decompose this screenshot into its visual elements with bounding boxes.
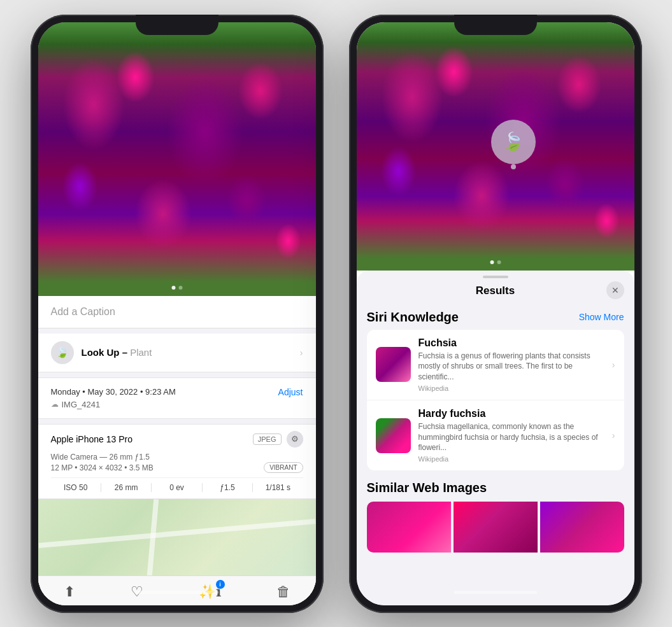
adjust-button[interactable]: Adjust xyxy=(278,387,303,397)
knowledge-item-fuchsia[interactable]: Fuchsia Fuchsia is a genus of flowering … xyxy=(367,330,624,400)
caption-field[interactable]: Add a Caption xyxy=(38,296,316,328)
exif-iso: ISO 50 xyxy=(51,483,101,492)
home-bar xyxy=(136,591,218,594)
hardy-fuchsia-info: Hardy fuchsia Fuchsia magellanica, commo… xyxy=(418,408,604,463)
meta-date-row: Monday • May 30, 2022 • 9:23 AM Adjust xyxy=(51,387,303,397)
similar-web-images-title: Similar Web Images xyxy=(367,481,624,495)
meta-date: Monday • May 30, 2022 • 9:23 AM xyxy=(51,387,176,397)
fuchsia-thumbnail xyxy=(376,347,411,382)
hardy-fuchsia-chevron: › xyxy=(612,430,615,440)
caption-placeholder: Add a Caption xyxy=(51,306,115,317)
siri-leaf-icon: 🍃 xyxy=(502,131,524,152)
fuchsia-source: Wikipedia xyxy=(418,384,604,392)
hardy-fuchsia-description: Fuchsia magellanica, commonly known as t… xyxy=(418,421,604,453)
siri-lookup-circle[interactable]: 🍃 xyxy=(491,120,536,164)
right-page-dots xyxy=(490,260,501,264)
web-image-3[interactable] xyxy=(540,502,624,553)
hardy-fuchsia-name: Hardy fuchsia xyxy=(418,408,604,419)
knowledge-item-hardy-fuchsia[interactable]: Hardy fuchsia Fuchsia magellanica, commo… xyxy=(367,400,624,470)
right-page-dot-1 xyxy=(490,260,494,264)
lookup-label: Look Up – Plant xyxy=(82,347,152,358)
show-more-button[interactable]: Show More xyxy=(579,312,624,322)
results-panel: Results ✕ Siri Knowledge Show More xyxy=(357,271,634,605)
right-phone-screen: 🍃 Results ✕ Siri Knowledge Show More xyxy=(357,22,634,605)
web-images-grid[interactable] xyxy=(367,502,624,553)
similar-web-images-section: Similar Web Images xyxy=(367,481,624,553)
right-phone: 🍃 Results ✕ Siri Knowledge Show More xyxy=(349,15,642,613)
exif-focal: 26 mm xyxy=(101,483,152,492)
map-road-horizontal xyxy=(38,519,315,548)
left-phone: Add a Caption 🍃 Look Up – Plant › Monday… xyxy=(31,15,324,613)
camera-detail: Wide Camera — 26 mm ƒ1.5 xyxy=(51,453,303,461)
left-phone-screen: Add a Caption 🍃 Look Up – Plant › Monday… xyxy=(38,22,316,605)
siri-knowledge-title: Siri Knowledge xyxy=(367,310,459,325)
exif-row: ISO 50 26 mm 0 ev ƒ1.5 1/181 s xyxy=(51,477,303,492)
fuchsia-info: Fuchsia Fuchsia is a genus of flowering … xyxy=(418,337,604,392)
right-home-bar xyxy=(454,591,537,594)
hardy-fuchsia-source: Wikipedia xyxy=(418,455,604,463)
fuchsia-name: Fuchsia xyxy=(418,337,604,349)
results-header: Results ✕ xyxy=(357,278,634,302)
photo-area[interactable] xyxy=(38,22,316,296)
hardy-thumb-bg xyxy=(376,418,411,453)
results-title: Results xyxy=(476,285,515,297)
meta-filename: IMG_4241 xyxy=(62,400,101,409)
exif-aperture: ƒ1.5 xyxy=(203,483,253,492)
fuchsia-chevron: › xyxy=(612,360,615,370)
meta-filename-row: ☁ IMG_4241 xyxy=(51,400,303,409)
right-photo-area: 🍃 xyxy=(357,22,634,271)
exif-shutter: 1/181 s xyxy=(253,483,303,492)
info-badge: i xyxy=(216,580,225,589)
siri-dot xyxy=(511,164,516,169)
device-header: Apple iPhone 13 Pro JPEG ⚙ xyxy=(51,431,303,447)
share-button[interactable]: ⬆ xyxy=(64,584,75,600)
format-badge: JPEG xyxy=(253,433,282,445)
web-image-2[interactable] xyxy=(454,502,538,553)
knowledge-card: Fuchsia Fuchsia is a genus of flowering … xyxy=(367,330,624,471)
results-content: Siri Knowledge Show More Fuchsia Fuchsia… xyxy=(357,302,634,605)
cloud-icon: ☁ xyxy=(51,400,59,409)
left-phone-notch xyxy=(136,15,218,35)
exif-ev: 0 ev xyxy=(152,483,202,492)
page-dots xyxy=(171,286,182,290)
device-section: Apple iPhone 13 Pro JPEG ⚙ Wide Camera —… xyxy=(38,424,316,499)
right-phone-notch xyxy=(454,15,537,35)
page-dot-2 xyxy=(178,286,182,290)
page-dot-1 xyxy=(171,286,175,290)
info-area: Add a Caption 🍃 Look Up – Plant › Monday… xyxy=(38,296,316,605)
lookup-section[interactable]: 🍃 Look Up – Plant › xyxy=(38,334,316,372)
flower-background xyxy=(38,22,316,296)
hardy-fuchsia-thumbnail xyxy=(376,418,411,453)
resolution-detail: 12 MP • 3024 × 4032 • 3.5 MB VIBRANT xyxy=(51,463,303,472)
fuchsia-description: Fuchsia is a genus of flowering plants t… xyxy=(418,351,604,383)
vibrant-badge: VIBRANT xyxy=(264,462,303,473)
fuchsia-thumb-bg xyxy=(376,347,411,382)
web-image-1[interactable] xyxy=(367,502,451,553)
right-page-dot-2 xyxy=(497,260,501,264)
gear-button[interactable]: ⚙ xyxy=(287,431,303,447)
siri-knowledge-header: Siri Knowledge Show More xyxy=(367,310,624,325)
delete-button[interactable]: 🗑 xyxy=(276,584,290,600)
lookup-chevron: › xyxy=(300,348,303,358)
device-name: Apple iPhone 13 Pro xyxy=(51,434,132,444)
results-close-button[interactable]: ✕ xyxy=(606,281,624,299)
lookup-icon: 🍃 xyxy=(51,341,74,364)
badge-row: JPEG ⚙ xyxy=(253,431,303,447)
meta-section: Monday • May 30, 2022 • 9:23 AM Adjust ☁… xyxy=(38,377,316,419)
